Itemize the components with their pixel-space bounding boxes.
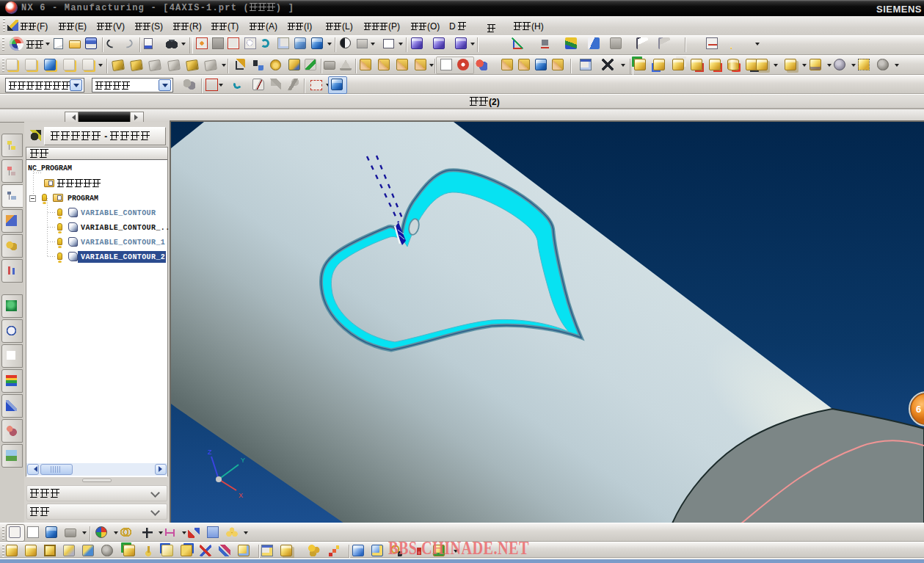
svg-text:Z: Z <box>208 448 212 456</box>
svg-text:X: X <box>239 492 243 499</box>
svg-text:6: 6 <box>916 404 921 415</box>
svg-text:Y: Y <box>241 457 245 464</box>
